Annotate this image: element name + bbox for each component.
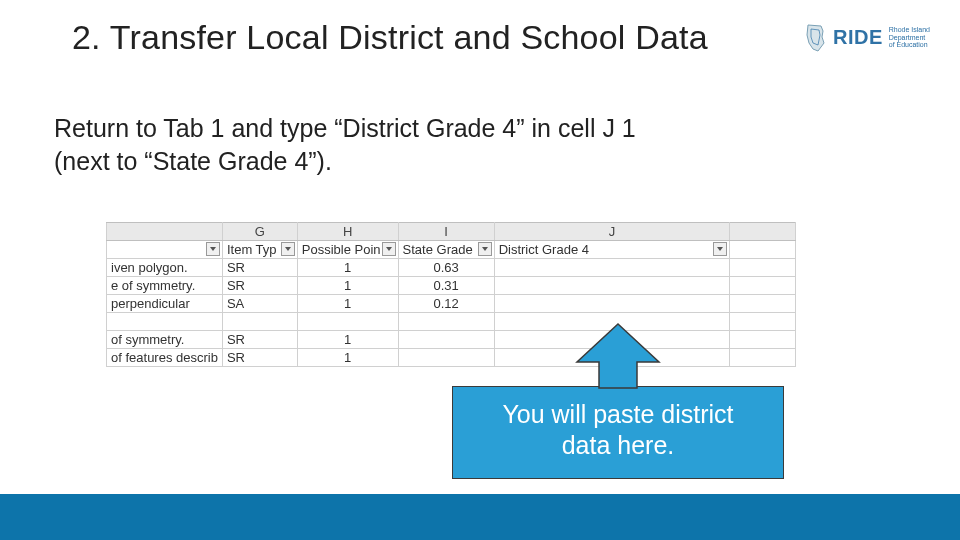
- cell: 1: [297, 277, 398, 295]
- instruction-line-1: Return to Tab 1 and type “District Grade…: [54, 112, 774, 145]
- cell: SR: [222, 349, 297, 367]
- cell: 0.63: [398, 259, 494, 277]
- cell: of symmetry.: [107, 331, 223, 349]
- callout: You will paste district data here.: [452, 322, 784, 479]
- col-letter: J: [494, 223, 730, 241]
- table-row: perpendicular SA 1 0.12: [107, 295, 796, 313]
- col-letter: G: [222, 223, 297, 241]
- instruction-text: Return to Tab 1 and type “District Grade…: [54, 112, 774, 177]
- up-arrow-icon: [573, 322, 663, 390]
- col-letter: [730, 223, 796, 241]
- excel-header-cell: Possible Poin: [297, 241, 398, 259]
- excel-header-cell: State Grade: [398, 241, 494, 259]
- table-row: iven polygon. SR 1 0.63: [107, 259, 796, 277]
- cell: [730, 277, 796, 295]
- cell: [730, 295, 796, 313]
- cell: SR: [222, 277, 297, 295]
- excel-column-letters: G H I J: [107, 223, 796, 241]
- col-letter: I: [398, 223, 494, 241]
- excel-header-cell: [107, 241, 223, 259]
- cell: [494, 277, 730, 295]
- cell: [494, 295, 730, 313]
- cell: [494, 259, 730, 277]
- instruction-line-2: (next to “State Grade 4”).: [54, 145, 774, 178]
- cell: SA: [222, 295, 297, 313]
- ride-logo: RIDE Rhode Island Department of Educatio…: [803, 23, 930, 53]
- filter-dropdown-icon[interactable]: [478, 242, 492, 256]
- cell: perpendicular: [107, 295, 223, 313]
- filter-dropdown-icon[interactable]: [206, 242, 220, 256]
- excel-header-cell: Item Typ: [222, 241, 297, 259]
- cell: iven polygon.: [107, 259, 223, 277]
- title-row: 2. Transfer Local District and School Da…: [72, 18, 930, 57]
- callout-line-1: You will paste district: [463, 399, 773, 430]
- cell: 1: [297, 295, 398, 313]
- cell: 0.12: [398, 295, 494, 313]
- excel-header-cell: District Grade 4: [494, 241, 730, 259]
- table-row: e of symmetry. SR 1 0.31: [107, 277, 796, 295]
- col-letter: [107, 223, 223, 241]
- cell: 1: [297, 349, 398, 367]
- cell: [730, 259, 796, 277]
- cell: 0.31: [398, 277, 494, 295]
- callout-line-2: data here.: [463, 430, 773, 461]
- excel-header-row: Item Typ Possible Poin State Grade Distr…: [107, 241, 796, 259]
- col-letter: H: [297, 223, 398, 241]
- ri-map-icon: [803, 23, 827, 53]
- cell: 1: [297, 259, 398, 277]
- callout-box: You will paste district data here.: [452, 386, 784, 479]
- filter-dropdown-icon[interactable]: [382, 242, 396, 256]
- cell: of features describ: [107, 349, 223, 367]
- cell: e of symmetry.: [107, 277, 223, 295]
- logo-subtext: Rhode Island Department of Education: [889, 26, 930, 48]
- cell: 1: [297, 331, 398, 349]
- filter-dropdown-icon[interactable]: [713, 242, 727, 256]
- slide-title: 2. Transfer Local District and School Da…: [72, 18, 708, 57]
- cell: SR: [222, 331, 297, 349]
- excel-header-cell: [730, 241, 796, 259]
- cell: SR: [222, 259, 297, 277]
- footer-bar: [0, 494, 960, 540]
- filter-dropdown-icon[interactable]: [281, 242, 295, 256]
- logo-text: RIDE: [833, 26, 883, 49]
- slide: 2. Transfer Local District and School Da…: [0, 0, 960, 540]
